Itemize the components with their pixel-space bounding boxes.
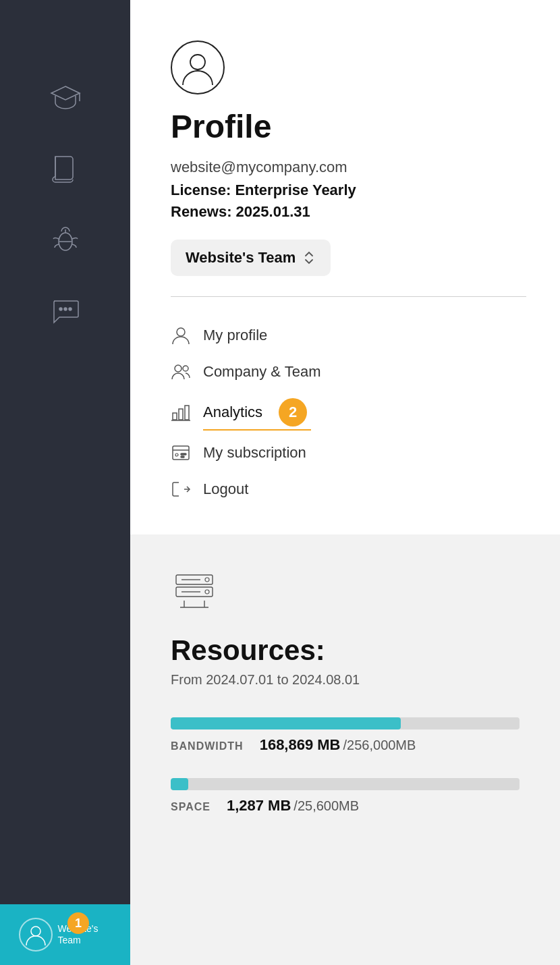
- divider: [171, 296, 526, 297]
- chat-icon[interactable]: [50, 296, 81, 327]
- profile-license: License: Enterprise Yearly: [171, 182, 526, 199]
- profile-renews: Renews: 2025.01.31: [171, 203, 526, 221]
- bandwidth-row: BANDWIDTH 168,869 MB /256,000MB: [171, 717, 520, 754]
- menu-label-subscription: My subscription: [203, 444, 306, 462]
- profile-avatar: [171, 40, 225, 94]
- svg-rect-20: [181, 456, 184, 458]
- menu-item-my-profile[interactable]: My profile: [171, 317, 526, 354]
- analytics-badge: 2: [279, 398, 307, 426]
- svg-rect-14: [179, 409, 183, 420]
- svg-point-5: [59, 308, 62, 310]
- profile-section: Profile website@mycompany.com License: E…: [130, 0, 560, 534]
- bandwidth-bar-fill: [171, 717, 401, 729]
- svg-point-25: [205, 590, 209, 594]
- svg-point-18: [175, 453, 178, 456]
- book-icon[interactable]: [50, 153, 81, 184]
- resources-section: Resources: From 2024.07.01 to 2024.08.01…: [130, 534, 560, 965]
- menu-item-company-team[interactable]: Company & Team: [171, 354, 526, 390]
- team-selector-label: Website's Team: [186, 249, 296, 267]
- profile-email: website@mycompany.com: [171, 159, 526, 176]
- team-selector-button[interactable]: Website's Team: [171, 240, 331, 276]
- space-bar-bg: [171, 778, 520, 790]
- svg-point-12: [183, 366, 188, 371]
- svg-point-24: [205, 578, 209, 582]
- group-icon: [171, 362, 191, 382]
- logout-icon: [171, 479, 191, 499]
- bandwidth-bar-bg: [171, 717, 520, 729]
- space-label: SPACE: [171, 801, 211, 813]
- page-title: Profile: [171, 108, 526, 145]
- chevron-updown-icon: [302, 251, 316, 265]
- avatar: [19, 918, 53, 952]
- svg-point-6: [64, 308, 67, 310]
- space-bar-fill: [171, 778, 188, 790]
- resources-title: Resources:: [171, 634, 520, 667]
- svg-point-9: [190, 55, 205, 70]
- space-total: /25,600MB: [293, 798, 359, 814]
- svg-point-11: [175, 365, 181, 372]
- svg-rect-19: [181, 453, 186, 455]
- svg-rect-13: [173, 413, 177, 420]
- menu-label-company-team: Company & Team: [203, 363, 320, 381]
- menu-label-logout: Logout: [203, 480, 248, 498]
- sidebar-notification-badge: 1: [67, 912, 89, 934]
- main-content: Profile website@mycompany.com License: E…: [130, 0, 560, 965]
- space-row: SPACE 1,287 MB /25,600MB: [171, 778, 520, 815]
- space-used: 1,287 MB: [227, 797, 291, 815]
- subscription-icon: [171, 443, 191, 463]
- svg-point-10: [177, 328, 185, 336]
- menu-item-analytics[interactable]: Analytics 2: [171, 390, 526, 435]
- user-icon: [171, 325, 191, 346]
- menu-label-my-profile: My profile: [203, 327, 267, 344]
- svg-rect-15: [185, 406, 189, 420]
- bandwidth-label: BANDWIDTH: [171, 740, 244, 752]
- analytics-icon: [171, 402, 191, 422]
- svg-point-8: [31, 927, 40, 936]
- server-icon: [171, 568, 520, 618]
- profile-license-value: Enterprise Yearly: [235, 182, 356, 198]
- graduation-icon[interactable]: [50, 81, 81, 112]
- sidebar: Website's Team 1: [0, 0, 130, 965]
- bandwidth-total: /256,000MB: [343, 738, 416, 753]
- menu-item-subscription[interactable]: My subscription: [171, 435, 526, 471]
- sidebar-nav: [50, 81, 81, 904]
- bandwidth-used: 168,869 MB: [260, 736, 341, 754]
- resources-date-range: From 2024.07.01 to 2024.08.01: [171, 672, 520, 688]
- profile-menu: My profile Company & Team Anal: [171, 317, 526, 507]
- menu-label-analytics: Analytics: [203, 404, 262, 421]
- menu-item-logout[interactable]: Logout: [171, 471, 526, 507]
- profile-renews-value: 2025.01.31: [236, 203, 310, 220]
- bug-icon[interactable]: [50, 224, 81, 255]
- svg-point-7: [69, 308, 72, 310]
- sidebar-footer[interactable]: Website's Team 1: [0, 904, 130, 965]
